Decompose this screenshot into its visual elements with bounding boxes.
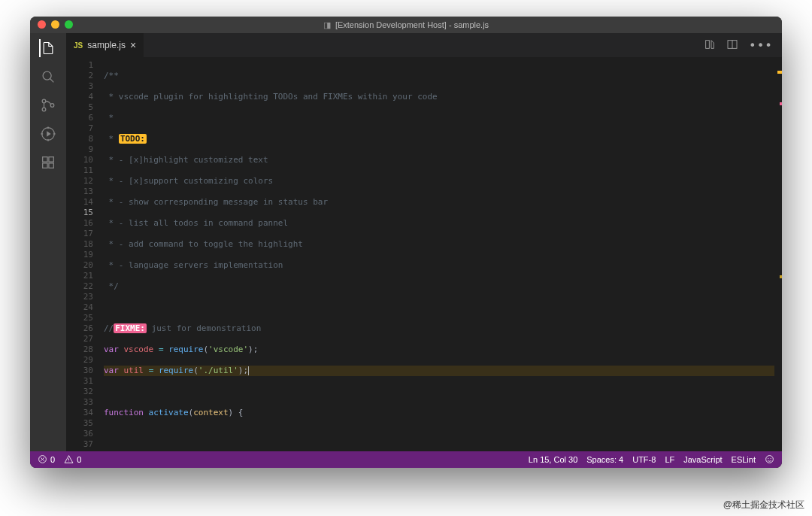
fixme-highlight: FIXME: [114,323,147,333]
traffic-lights [38,20,73,29]
open-changes-icon[interactable] [704,38,716,53]
editor-actions: ••• [704,33,782,57]
tab-filename: sample.js [87,40,126,50]
error-icon [38,454,47,466]
svg-point-1 [42,99,46,103]
extensions-icon[interactable] [39,153,57,171]
app-window: ◨ [Extension Development Host] - sample.… [30,17,782,468]
source-control-icon[interactable] [39,96,57,114]
status-eol[interactable]: LF [665,455,674,464]
activity-bar [30,33,66,451]
tabs-bar: JS sample.js × ••• [66,33,782,57]
svg-rect-5 [43,157,47,162]
overview-marker-todo [777,71,782,74]
svg-rect-8 [49,157,53,162]
watermark-text: @稀土掘金技术社区 [723,499,804,511]
vscode-titlebar-icon: ◨ [323,20,331,30]
search-icon[interactable] [39,68,57,86]
svg-point-14 [771,457,771,458]
svg-rect-7 [49,163,53,168]
warning-icon [64,454,74,466]
status-feedback-icon[interactable] [765,454,774,466]
js-file-icon: JS [74,41,83,50]
code-content: /** * vscode plugin for highlighting TOD… [104,57,774,451]
status-spaces[interactable]: Spaces: 4 [586,455,623,464]
overview-marker-fixme [780,102,782,105]
status-ln-col[interactable]: Ln 15, Col 30 [529,455,577,464]
text-cursor [248,366,249,375]
status-warnings[interactable]: 0 [64,454,81,466]
maximize-window-button[interactable] [65,20,73,29]
more-actions-icon[interactable]: ••• [749,38,773,53]
svg-point-2 [42,108,46,111]
status-bar: 0 0 Ln 15, Col 30 Spaces: 4 UTF-8 LF Jav… [30,451,782,468]
code-editor[interactable]: 1234567891011121314151617181920212223242… [66,57,782,451]
overview-marker-warn [780,275,782,278]
svg-rect-6 [43,163,47,168]
status-errors[interactable]: 0 [38,454,55,466]
svg-point-13 [768,457,768,458]
explorer-icon[interactable] [39,39,57,57]
macos-titlebar: ◨ [Extension Development Host] - sample.… [30,17,782,33]
minimize-window-button[interactable] [51,20,59,29]
status-encoding[interactable]: UTF-8 [632,455,656,464]
svg-point-12 [766,455,774,463]
close-window-button[interactable] [38,20,46,29]
svg-point-0 [43,71,51,80]
status-eslint[interactable]: ESLint [732,455,756,464]
split-editor-icon[interactable] [726,38,738,53]
debug-icon[interactable] [39,125,57,143]
tab-sample-js[interactable]: JS sample.js × [66,33,144,57]
line-number-gutter: 1234567891011121314151617181920212223242… [66,57,104,451]
todo-highlight: TODO: [119,134,147,144]
window-title: [Extension Development Host] - sample.js [335,20,489,29]
overview-ruler[interactable] [774,57,782,451]
tab-close-button[interactable]: × [130,40,136,50]
svg-rect-9 [706,40,710,48]
status-language[interactable]: JavaScript [683,455,722,464]
